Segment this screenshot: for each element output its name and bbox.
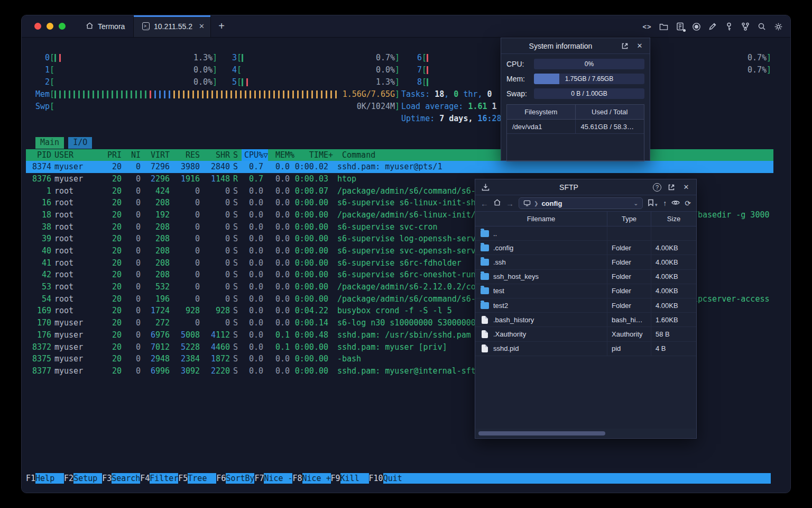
home-icon[interactable] [493,198,501,208]
fkey-f3[interactable]: F3 [102,473,112,484]
bookmark-icon[interactable]: ▼ [648,199,658,208]
process-row[interactable]: 8374myuser200729639802840S0.70.00:00.02s… [26,161,773,173]
process-pri: 20 [107,245,122,257]
git-fork-icon[interactable] [741,22,750,31]
pencil-icon[interactable] [708,22,717,31]
fkey-label-sortby[interactable]: SortBy [226,473,254,484]
close-window-button[interactable] [34,23,41,30]
open-in-new-window-icon[interactable] [620,41,630,51]
tab-session-10-211-55-2[interactable]: >_ 10.211.55.2 ✕ [134,15,211,37]
filesystem-row[interactable]: /dev/vda1 45.61GB / 58.3… [507,120,644,134]
file-row[interactable]: .bash_historybash_hi…1.60KB [475,313,696,327]
file-row[interactable]: test2Folder4.00KB [475,298,696,313]
fkey-label-nice[interactable]: Nice - [264,473,292,484]
process-user: myuser [54,353,107,365]
tab-io[interactable]: I/O [68,137,92,149]
log-document-icon[interactable] [675,22,685,31]
folder-icon[interactable] [659,22,668,31]
sftp-file-list: ...configFolder4.00KB.sshFolder4.00KBssh… [475,226,696,356]
process-pri: 20 [107,257,122,269]
meter-tick [242,54,246,62]
process-pri: 20 [107,197,122,209]
file-name: .ssh [493,258,506,266]
upload-up-icon[interactable]: ↑ [663,199,667,207]
meter-tick [88,90,93,98]
chevron-down-icon[interactable]: ⌄ [633,200,638,207]
file-row[interactable]: testFolder4.00KB [475,284,696,298]
open-in-new-window-icon[interactable] [667,183,676,192]
show-hidden-eye-icon[interactable] [671,199,680,207]
fkey-label-filter[interactable]: Filter [150,473,178,484]
filename-column-header[interactable]: Filename [475,212,607,226]
forward-icon[interactable]: → [506,199,514,208]
record-icon[interactable] [691,22,701,31]
meter-tick [259,90,264,98]
fkey-label-quit[interactable]: Quit [383,473,771,484]
used-total-column-header[interactable]: Used / Total [576,105,644,119]
process-command: sshd.pam: myuser@pts/1 [337,161,773,173]
fkey-f4[interactable]: F4 [140,473,150,484]
scrollbar-thumb[interactable] [478,431,605,436]
download-icon[interactable] [481,183,490,192]
swap-meter-value: 0K/1024M [357,101,395,113]
process-pri: 20 [107,365,122,377]
fkey-f7[interactable]: F7 [254,473,264,484]
meter-tick [288,90,292,98]
fkey-f9[interactable]: F9 [331,473,340,484]
meter-tick [235,90,240,98]
minimize-window-button[interactable] [47,23,53,30]
meter-tick [173,90,178,98]
fkey-f10[interactable]: F10 [369,473,383,484]
code-icon[interactable]: <> [642,22,652,31]
tab-termora-home[interactable]: Termora [77,15,134,37]
new-tab-button[interactable]: + [211,15,232,37]
search-icon[interactable] [757,22,767,31]
fkey-f2[interactable]: F2 [64,473,73,484]
process-pri: 20 [107,185,122,197]
file-row[interactable]: .configFolder4.00KB [475,241,696,255]
process-user: myuser [54,317,107,329]
fkey-f1[interactable]: F1 [26,473,35,484]
fkey-label-help[interactable]: Help [35,473,64,484]
panel-title: System information [506,42,615,50]
meter-tick [264,90,269,98]
back-icon[interactable]: ← [481,199,488,208]
fkey-label-setup[interactable]: Setup [73,473,102,484]
refresh-icon[interactable]: ⟳ [685,199,691,207]
horizontal-scrollbar[interactable] [476,429,696,438]
file-row[interactable]: .sshFolder4.00KB [475,255,696,269]
path-breadcrumb[interactable]: ❯ config ⌄ [519,197,643,209]
close-tab-icon[interactable]: ✕ [199,22,205,30]
fkey-label-tree[interactable]: Tree [188,473,216,484]
process-state: S [233,185,242,197]
filesystem-column-header[interactable]: Filesystem [507,105,576,119]
fkey-f5[interactable]: F5 [178,473,188,484]
close-panel-icon[interactable]: ✕ [635,41,644,51]
process-time: 0:00.00 [290,245,328,257]
process-state: S [233,341,242,353]
settings-icon[interactable] [773,22,783,31]
file-row[interactable]: sshd.pidpid4 B [475,342,696,356]
key-icon[interactable] [724,22,734,31]
fkey-label-kill[interactable]: Kill [340,473,369,484]
fkey-f8[interactable]: F8 [292,473,302,484]
uptime-line: Uptime: 7 days, 16:28 [401,113,502,125]
meter-tick [83,90,88,98]
close-panel-icon[interactable]: ✕ [681,183,691,192]
column-header-virt: VIRT [141,149,170,161]
process-table-header[interactable]: PIDUSERPRINIVIRTRESSHRSCPU%▽MEM%TIME+Com… [26,149,773,161]
file-row[interactable]: .. [475,226,696,241]
zoom-window-button[interactable] [59,23,66,30]
file-row[interactable]: ssh_host_keysFolder4.00KB [475,270,696,284]
memory-meter: Mem[1.56G/7.65G] [31,88,400,101]
fkey-label-search[interactable]: Search [112,473,140,484]
help-icon[interactable]: ? [653,183,661,192]
meter-open-bracket: [ [422,52,427,64]
fkey-f6[interactable]: F6 [216,473,226,484]
file-row[interactable]: .XauthorityXauthority58 B [475,327,696,341]
type-column-header[interactable]: Type [607,212,651,226]
size-column-header[interactable]: Size [651,212,696,226]
fkey-label-nice[interactable]: Nice + [302,473,331,484]
meter-close-bracket: ] [395,52,400,64]
tab-main[interactable]: Main [35,137,64,149]
